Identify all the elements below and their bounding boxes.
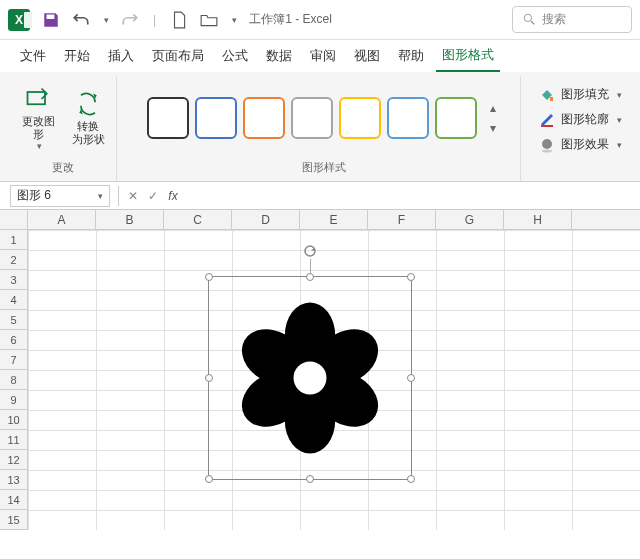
row-header-13[interactable]: 13	[0, 470, 28, 490]
name-box[interactable]: 图形 6 ▾	[10, 185, 110, 207]
row-header-4[interactable]: 4	[0, 290, 28, 310]
tab-help[interactable]: 帮助	[392, 41, 430, 71]
row-header-15[interactable]: 15	[0, 510, 28, 530]
shape-effects-button[interactable]: 图形效果▾	[537, 134, 624, 155]
style-swatch-1[interactable]	[195, 97, 237, 139]
qat-overflow-icon[interactable]: ▾	[232, 15, 237, 25]
rotate-handle[interactable]	[302, 243, 318, 259]
svg-point-14	[294, 362, 327, 395]
convert-shape-label: 转换 为形状	[72, 120, 105, 146]
col-header-G[interactable]: G	[436, 210, 504, 229]
group-styles: ▴▾ 图形样式	[127, 76, 521, 181]
col-header-C[interactable]: C	[164, 210, 232, 229]
row-header-5[interactable]: 5	[0, 310, 28, 330]
select-all-corner[interactable]	[0, 210, 28, 229]
row-header-7[interactable]: 7	[0, 350, 28, 370]
col-header-F[interactable]: F	[368, 210, 436, 229]
tab-file[interactable]: 文件	[14, 41, 52, 71]
col-header-B[interactable]: B	[96, 210, 164, 229]
row-header-9[interactable]: 9	[0, 390, 28, 410]
accept-formula-button[interactable]: ✓	[143, 189, 163, 203]
style-swatch-3[interactable]	[291, 97, 333, 139]
tab-formula[interactable]: 公式	[216, 41, 254, 71]
resize-handle-se[interactable]	[407, 475, 415, 483]
rotate-icon	[302, 243, 318, 259]
chevron-down-icon: ▾	[37, 141, 42, 151]
svg-line-1	[531, 21, 534, 24]
cancel-formula-button[interactable]: ✕	[123, 189, 143, 203]
save-icon[interactable]	[42, 11, 60, 29]
change-shape-button[interactable]: 更改图 形 ▾	[16, 85, 60, 151]
tab-layout[interactable]: 页面布局	[146, 41, 210, 71]
resize-handle-ne[interactable]	[407, 273, 415, 281]
search-icon	[523, 13, 536, 26]
convert-shape-button[interactable]: 转换 为形状	[66, 90, 110, 146]
row-header-1[interactable]: 1	[0, 230, 28, 250]
row-header-2[interactable]: 2	[0, 250, 28, 270]
ribbon: 更改图 形 ▾ 转换 为形状 更改 ▴▾ 图形样式 图形填充▾ 图形轮廓▾	[0, 72, 640, 182]
style-swatch-0[interactable]	[147, 97, 189, 139]
row-header-6[interactable]: 6	[0, 330, 28, 350]
group-change: 更改图 形 ▾ 转换 为形状 更改	[10, 76, 117, 181]
col-header-E[interactable]: E	[300, 210, 368, 229]
shape-effects-label: 图形效果	[561, 136, 609, 153]
style-swatch-2[interactable]	[243, 97, 285, 139]
tab-review[interactable]: 审阅	[304, 41, 342, 71]
change-shape-label: 更改图 形	[22, 115, 55, 141]
svg-point-6	[542, 149, 552, 152]
tab-view[interactable]: 视图	[348, 41, 386, 71]
resize-handle-w[interactable]	[205, 374, 213, 382]
new-file-icon[interactable]	[170, 11, 188, 29]
col-header-A[interactable]: A	[28, 210, 96, 229]
svg-rect-4	[541, 125, 553, 127]
tab-home[interactable]: 开始	[58, 41, 96, 71]
fx-button[interactable]: fx	[163, 189, 183, 203]
col-header-H[interactable]: H	[504, 210, 572, 229]
row-header-10[interactable]: 10	[0, 410, 28, 430]
style-gallery-more[interactable]: ▴▾	[485, 101, 501, 135]
undo-dropdown-icon[interactable]: ▾	[104, 15, 109, 25]
svg-point-5	[542, 139, 552, 149]
tab-insert[interactable]: 插入	[102, 41, 140, 71]
resize-handle-s[interactable]	[306, 475, 314, 483]
search-box[interactable]: 搜索	[512, 6, 632, 33]
svg-rect-3	[550, 97, 553, 101]
convert-shape-icon	[74, 90, 102, 118]
formula-bar: 图形 6 ▾ ✕ ✓ fx	[0, 182, 640, 210]
undo-icon[interactable]	[72, 11, 90, 29]
flower-shape[interactable]	[233, 301, 388, 456]
style-swatch-5[interactable]	[387, 97, 429, 139]
excel-app-icon: X	[8, 9, 30, 31]
shape-selection[interactable]	[208, 276, 412, 480]
row-header-3[interactable]: 3	[0, 270, 28, 290]
ribbon-tabs: 文件 开始 插入 页面布局 公式 数据 审阅 视图 帮助 图形格式	[0, 40, 640, 72]
cells-area[interactable]	[28, 230, 640, 530]
col-header-D[interactable]: D	[232, 210, 300, 229]
tab-shape-format[interactable]: 图形格式	[436, 40, 500, 72]
resize-handle-nw[interactable]	[205, 273, 213, 281]
change-shape-icon	[24, 85, 52, 113]
chevron-down-icon: ▾	[98, 191, 103, 201]
svg-point-0	[524, 14, 531, 21]
title-bar: X ▾ | ▾ 工作簿1 - Excel 搜索	[0, 0, 640, 40]
shape-fill-label: 图形填充	[561, 86, 609, 103]
row-headers: 123456789101112131415	[0, 230, 28, 530]
shape-fill-button[interactable]: 图形填充▾	[537, 84, 624, 105]
name-box-value: 图形 6	[17, 187, 51, 204]
resize-handle-e[interactable]	[407, 374, 415, 382]
spreadsheet-grid: ABCDEFGH 123456789101112131415	[0, 210, 640, 530]
style-swatch-4[interactable]	[339, 97, 381, 139]
resize-handle-n[interactable]	[306, 273, 314, 281]
open-folder-icon[interactable]	[200, 11, 218, 29]
shape-outline-label: 图形轮廓	[561, 111, 609, 128]
redo-icon[interactable]	[121, 11, 139, 29]
shape-outline-button[interactable]: 图形轮廓▾	[537, 109, 624, 130]
row-header-8[interactable]: 8	[0, 370, 28, 390]
row-header-14[interactable]: 14	[0, 490, 28, 510]
style-swatch-6[interactable]	[435, 97, 477, 139]
row-header-11[interactable]: 11	[0, 430, 28, 450]
tab-data[interactable]: 数据	[260, 41, 298, 71]
resize-handle-sw[interactable]	[205, 475, 213, 483]
row-header-12[interactable]: 12	[0, 450, 28, 470]
formula-input[interactable]	[183, 185, 640, 207]
